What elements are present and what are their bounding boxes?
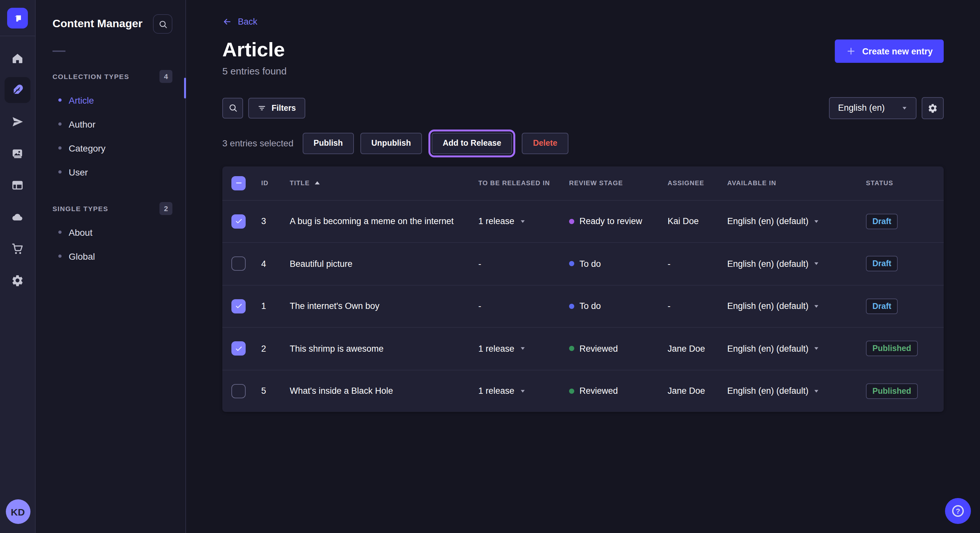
status-badge: Draft bbox=[866, 298, 898, 314]
column-header-to-be-released-in[interactable]: TO BE RELEASED IN bbox=[478, 179, 569, 187]
content-manager-icon[interactable] bbox=[5, 77, 30, 103]
strapi-mark-icon bbox=[11, 12, 24, 24]
table-row[interactable]: 2 This shrimp is awesome 1 release Revie… bbox=[222, 327, 944, 370]
cell-release: - bbox=[478, 259, 569, 269]
cell-release-dropdown[interactable]: 1 release bbox=[478, 344, 569, 354]
cell-available-in-dropdown[interactable]: English (en) (default) bbox=[727, 259, 866, 269]
cell-title: Beautiful picture bbox=[290, 259, 478, 269]
home-icon[interactable] bbox=[5, 45, 30, 71]
row-checkbox[interactable] bbox=[231, 384, 246, 398]
column-header-available-in[interactable]: AVAILABLE IN bbox=[727, 179, 866, 187]
table-row[interactable]: 3 A bug is becoming a meme on the intern… bbox=[222, 200, 944, 242]
cell-available-in-dropdown[interactable]: English (en) (default) bbox=[727, 344, 866, 354]
column-header-title-label: TITLE bbox=[290, 179, 310, 187]
unpublish-button[interactable]: Unpublish bbox=[360, 132, 422, 154]
available-in-value: English (en) (default) bbox=[727, 301, 808, 311]
cloud-icon[interactable] bbox=[5, 204, 30, 230]
row-checkbox[interactable] bbox=[231, 214, 246, 228]
subnav-item-label: Article bbox=[69, 95, 94, 105]
cell-id: 2 bbox=[261, 344, 290, 354]
search-button[interactable] bbox=[222, 97, 243, 118]
check-icon bbox=[234, 217, 243, 226]
subnav-item-label: User bbox=[69, 167, 88, 177]
subnav-item-author[interactable]: Author bbox=[52, 112, 172, 136]
search-icon bbox=[158, 19, 167, 29]
row-checkbox[interactable] bbox=[231, 257, 246, 271]
column-header-review-stage[interactable]: REVIEW STAGE bbox=[569, 179, 668, 187]
user-avatar[interactable]: KD bbox=[5, 499, 30, 524]
cell-available-in-dropdown[interactable]: English (en) (default) bbox=[727, 217, 866, 226]
subnav-search-button[interactable] bbox=[153, 14, 172, 34]
bullet-icon bbox=[58, 254, 62, 258]
select-all-checkbox[interactable] bbox=[231, 176, 246, 190]
subnav-divider bbox=[52, 51, 65, 52]
chevron-down-icon bbox=[520, 219, 525, 224]
cell-release: - bbox=[478, 301, 569, 311]
paper-plane-icon[interactable] bbox=[5, 109, 30, 135]
status-badge: Draft bbox=[866, 214, 898, 229]
column-header-title[interactable]: TITLE bbox=[290, 179, 478, 187]
layout-icon[interactable] bbox=[5, 172, 30, 198]
stage-dot bbox=[569, 346, 574, 351]
subnav-item-user[interactable]: User bbox=[52, 160, 172, 184]
bullet-icon bbox=[58, 146, 62, 150]
create-new-entry-button[interactable]: Create new entry bbox=[835, 40, 944, 63]
view-settings-button[interactable] bbox=[922, 97, 944, 119]
strapi-logo[interactable] bbox=[7, 8, 28, 29]
cell-title: A bug is becoming a meme on the internet bbox=[290, 217, 478, 226]
stage-label: To do bbox=[579, 259, 601, 269]
plus-icon bbox=[846, 46, 856, 56]
stage-dot bbox=[569, 389, 574, 394]
delete-button[interactable]: Delete bbox=[522, 132, 568, 154]
check-icon bbox=[234, 344, 243, 353]
locale-select[interactable]: English (en) bbox=[829, 97, 916, 119]
available-in-value: English (en) (default) bbox=[727, 217, 808, 226]
cell-review-stage: Ready to review bbox=[569, 217, 668, 226]
marketplace-cart-icon[interactable] bbox=[5, 236, 30, 262]
locale-value: English (en) bbox=[838, 103, 885, 113]
arrow-left-icon bbox=[222, 17, 232, 27]
chevron-down-icon bbox=[814, 347, 819, 351]
back-link[interactable]: Back bbox=[222, 17, 257, 27]
question-mark-icon: ? bbox=[952, 505, 964, 517]
row-checkbox[interactable] bbox=[231, 342, 246, 356]
chevron-down-icon bbox=[902, 106, 907, 110]
cell-release-dropdown[interactable]: 1 release bbox=[478, 217, 569, 226]
cell-release-dropdown[interactable]: 1 release bbox=[478, 386, 569, 396]
cell-assignee: Jane Doe bbox=[668, 386, 727, 396]
row-checkbox[interactable] bbox=[231, 299, 246, 314]
cell-title: The internet's Own boy bbox=[290, 301, 478, 311]
subnav-item-label: Author bbox=[69, 119, 95, 129]
column-header-assignee[interactable]: ASSIGNEE bbox=[668, 179, 727, 187]
release-value: 1 release bbox=[478, 344, 514, 354]
bullet-icon bbox=[58, 98, 62, 102]
entries-found-text: 5 entries found bbox=[222, 65, 287, 76]
column-header-id[interactable]: ID bbox=[261, 179, 290, 187]
filters-button[interactable]: Filters bbox=[248, 97, 305, 118]
table-row[interactable]: 1 The internet's Own boy - To do - Engli… bbox=[222, 285, 944, 327]
subnav-item-about[interactable]: About bbox=[52, 220, 172, 244]
column-header-status[interactable]: STATUS bbox=[866, 179, 935, 187]
single-types-label: SINGLE TYPES bbox=[52, 205, 108, 213]
status-badge: Published bbox=[866, 383, 918, 399]
table-header-row: ID TITLE TO BE RELEASED IN REVIEW STAGE … bbox=[222, 166, 944, 200]
subnav-item-global[interactable]: Global bbox=[52, 244, 172, 268]
settings-gear-icon[interactable] bbox=[5, 268, 30, 293]
subnav-item-label: About bbox=[69, 227, 92, 237]
stage-dot bbox=[569, 304, 574, 309]
bullet-icon bbox=[58, 122, 62, 125]
stage-label: Reviewed bbox=[579, 386, 618, 396]
cell-assignee: Jane Doe bbox=[668, 344, 727, 354]
filter-icon bbox=[257, 103, 266, 113]
help-button[interactable]: ? bbox=[945, 498, 971, 524]
cell-available-in-dropdown[interactable]: English (en) (default) bbox=[727, 386, 866, 396]
table-row[interactable]: 5 What's inside a Black Hole 1 release R… bbox=[222, 370, 944, 412]
subnav-item-article[interactable]: Article bbox=[52, 88, 172, 112]
table-row[interactable]: 4 Beautiful picture - To do - English (e… bbox=[222, 242, 944, 285]
subnav-item-category[interactable]: Category bbox=[52, 136, 172, 160]
cell-available-in-dropdown[interactable]: English (en) (default) bbox=[727, 301, 866, 311]
add-to-release-button[interactable]: Add to Release bbox=[432, 132, 512, 154]
cell-id: 3 bbox=[261, 217, 290, 226]
publish-button[interactable]: Publish bbox=[302, 132, 353, 154]
media-library-icon[interactable] bbox=[5, 141, 30, 167]
